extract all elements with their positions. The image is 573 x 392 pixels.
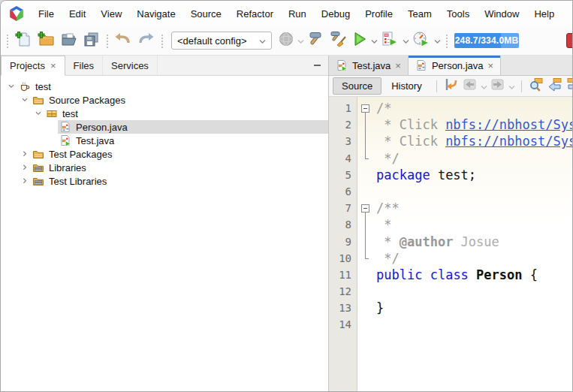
connect-dropdown-button[interactable] [296,29,305,52]
document-tab-test-java[interactable]: Test.java× [329,56,409,75]
close-icon[interactable]: × [50,61,56,71]
menu-item-window[interactable]: Window [477,5,526,23]
close-icon[interactable]: × [395,61,401,71]
line-number[interactable]: 9 [329,234,351,250]
line-number[interactable]: 10 [329,250,351,267]
find-previous-button[interactable] [546,78,564,95]
line-number[interactable]: 8 [329,216,351,233]
menu-item-navigate[interactable]: Navigate [129,5,182,23]
forward-button[interactable] [489,78,507,95]
tree-row-test-packages[interactable]: Test Packages [1,147,328,161]
connect-button[interactable] [276,29,296,52]
line-number[interactable]: 14 [329,316,351,333]
open-project-button[interactable] [57,29,80,52]
code-line: } [376,300,572,316]
build-project-button[interactable] [305,29,327,52]
close-icon[interactable]: × [488,61,494,71]
menu-item-source[interactable]: Source [183,5,229,23]
netbeans-logo-icon [8,5,25,22]
tree-row-test-libraries[interactable]: Test Libraries [1,174,328,188]
line-number[interactable]: 1 [329,100,351,116]
panel-tab-files[interactable]: Files [65,56,103,75]
run-project-button[interactable] [350,29,369,52]
profile-project-button[interactable] [410,29,433,52]
run-play-icon [352,31,367,50]
expand-icon[interactable] [19,177,31,185]
tree-row-test[interactable]: test [1,107,328,120]
find-next-button[interactable] [565,78,573,95]
code-editor[interactable]: /* * Click nbfs://nbhost/Sys * Click nbf… [374,97,572,391]
forward-dropdown-button[interactable] [508,78,516,95]
new-project-button[interactable] [35,29,57,52]
chevron-down-icon [297,34,304,47]
line-number[interactable]: 13 [329,300,351,316]
back-dropdown-button[interactable] [480,78,488,95]
code-token: { [523,267,538,282]
fold-collapse-icon[interactable] [361,104,369,113]
config-dropdown[interactable]: <default config> [171,32,272,50]
expand-icon[interactable] [19,150,31,158]
code-fold-column[interactable] [357,97,374,391]
minimize-panel-button[interactable] [314,56,321,75]
run-dropdown-button[interactable] [369,29,378,52]
menu-item-refactor[interactable]: Refactor [229,5,281,23]
expand-icon[interactable] [19,164,31,171]
debug-dropdown-button[interactable] [401,29,410,52]
tree-row-test-java[interactable]: Test.java [1,134,328,147]
redo-button[interactable] [134,29,157,52]
fold-collapse-icon[interactable] [361,204,369,213]
line-number[interactable]: 3 [329,133,351,149]
menu-item-edit[interactable]: Edit [62,5,93,23]
menu-item-help[interactable]: Help [526,5,562,23]
toolbar-separator [436,80,437,92]
panel-tab-services[interactable]: Services [103,56,158,75]
tree-row-content: test [44,107,328,120]
line-number[interactable]: 11 [329,267,351,283]
document-tab-person-java[interactable]: Person.java× [409,56,501,75]
projects-panel: Projects×FilesServices test Source Packa… [1,56,329,391]
menu-item-tools[interactable]: Tools [439,5,477,23]
back-button[interactable] [461,78,479,95]
tree-row-source-packages[interactable]: Source Packages [1,93,328,107]
clean-and-build-button[interactable] [327,29,350,52]
line-number-gutter[interactable]: 1234567891011121314 [329,97,357,391]
menu-item-file[interactable]: File [31,5,62,23]
line-number[interactable]: 2 [329,116,351,133]
last-edit-location-button[interactable] [442,78,460,95]
debug-project-button[interactable] [378,29,401,52]
menu-items: FileEditViewNavigateSourceRefactorRunDeb… [31,5,562,23]
toolbar-drag-handle[interactable] [5,33,9,48]
fold-guide-line [365,213,366,258]
toolbar-drag-handle[interactable] [445,33,448,48]
save-all-button[interactable] [80,29,102,52]
tree-row-test[interactable]: test [1,80,328,93]
menu-item-view[interactable]: View [93,5,129,23]
panel-tab-projects[interactable]: Projects× [1,56,65,76]
collapse-icon[interactable] [19,96,31,104]
chevron-down-icon [403,34,409,47]
line-number[interactable]: 6 [329,183,351,200]
tree-row-libraries[interactable]: Libraries [1,161,328,174]
undo-button[interactable] [112,29,134,52]
java-main-icon [336,59,348,71]
collapse-icon[interactable] [32,110,44,117]
toolbar-drag-handle[interactable] [105,33,109,48]
history-view-button[interactable]: History [382,77,430,95]
menu-item-profile[interactable]: Profile [357,5,400,23]
menu-item-run[interactable]: Run [281,5,314,23]
profile-dropdown-button[interactable] [433,29,442,52]
menu-item-debug[interactable]: Debug [314,5,357,23]
menu-item-team[interactable]: Team [400,5,439,23]
line-number[interactable]: 5 [329,167,351,183]
toolbar-drag-handle[interactable] [160,33,164,48]
line-number[interactable]: 7 [329,200,351,216]
chevron-down-icon [508,80,515,93]
memory-indicator[interactable]: 248.7/334.0MB [454,33,519,48]
line-number[interactable]: 12 [329,283,351,300]
find-selection-button[interactable] [527,78,545,95]
collapse-icon[interactable] [5,83,17,90]
source-view-button[interactable]: Source [333,77,381,95]
new-file-button[interactable] [12,29,35,52]
line-number[interactable]: 4 [329,150,351,167]
tree-row-person-java[interactable]: Person.java [1,120,328,134]
